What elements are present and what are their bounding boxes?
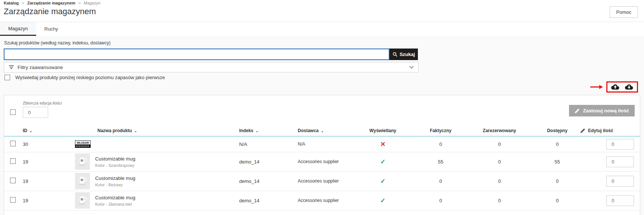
bulk-edit-label: Zbiorcza edycja ilości	[23, 101, 62, 105]
export-button[interactable]	[610, 84, 620, 90]
row-checkbox[interactable]	[10, 141, 16, 146]
physical-qty: 0	[411, 171, 471, 191]
chevron-down-icon	[409, 66, 414, 69]
quantity-input[interactable]	[606, 195, 634, 206]
import-button[interactable]	[624, 84, 634, 90]
header-checkbox-cell	[4, 125, 23, 136]
table-row: 19 Customizable mug Kolor - Beżowy	[4, 171, 640, 191]
reserved-qty: 0	[471, 152, 528, 171]
column-header-name[interactable]: Nazwa produktu⌄	[75, 125, 239, 136]
product-name: Customizable mug	[95, 195, 135, 200]
quantity-input[interactable]	[606, 156, 634, 167]
low-stock-option-row: Wyświetlaj produkty poniżej niskiego poz…	[4, 75, 165, 80]
product-variant: Kolor - Szarobrązowy	[95, 163, 135, 168]
product-supplier: Accessories supplier	[293, 191, 355, 210]
red-arrow-icon	[590, 84, 603, 90]
product-thumbnail	[75, 173, 90, 189]
product-index: N/A	[239, 136, 293, 152]
search-button-label: Szukaj	[400, 52, 415, 57]
search-button[interactable]: Szukaj	[390, 49, 418, 60]
search-input[interactable]	[4, 49, 390, 60]
row-checkbox[interactable]	[10, 158, 16, 164]
product-thumbnail: WŁODAR	[75, 140, 91, 148]
physical-qty: 0	[411, 191, 471, 210]
product-index: demo_14	[239, 152, 293, 171]
column-header-physical: Faktyczny	[411, 125, 471, 136]
annotation-overlay	[590, 81, 638, 93]
breadcrumb-separator: >	[78, 1, 81, 5]
table-row: 19 Customizable mug Kolor - Złamana biel	[4, 191, 640, 210]
magnifier-icon	[393, 52, 397, 57]
quantity-input[interactable]	[606, 139, 634, 150]
apply-quantity-label: Zastosuj nową ilość	[583, 108, 629, 113]
not-displayed-icon: ✕	[380, 141, 385, 148]
product-id: 19	[23, 152, 75, 171]
sort-chevron-icon: ⌄	[256, 129, 259, 133]
column-header-id[interactable]: ID⌄	[23, 125, 75, 136]
page-title: Zarządzanie magazynem	[4, 7, 96, 16]
select-all-checkbox[interactable]	[10, 109, 16, 115]
column-header-displayed: Wyświetlany	[355, 125, 411, 136]
reserved-qty: 0	[471, 191, 528, 210]
breadcrumb-separator: >	[22, 1, 24, 5]
filter-icon	[9, 65, 14, 69]
breadcrumb-item-magazyn: Magazyn	[84, 1, 100, 5]
cloud-download-icon	[624, 84, 634, 90]
available-qty: 0	[528, 136, 586, 152]
column-header-supplier[interactable]: Dostawca⌄	[293, 125, 355, 136]
cloud-upload-icon	[610, 84, 620, 90]
low-stock-checkbox[interactable]	[4, 75, 10, 80]
column-header-reserved: Zarezerwowany	[471, 125, 528, 136]
advanced-filters-label: Filtry zaawansowane	[18, 65, 63, 70]
warehouse-management-page: Katalog > Zarządzanie magazynem > Magazy…	[0, 0, 644, 215]
breadcrumb: Katalog > Zarządzanie magazynem > Magazy…	[4, 1, 100, 5]
column-header-edit-quantity: Edytuj ilość	[586, 125, 640, 136]
product-name: Customizable mug	[95, 156, 135, 162]
search-label: Szukaj produktów (według nazwy, indeksu,…	[4, 40, 110, 46]
sort-chevron-icon: ⌄	[321, 129, 324, 133]
product-name: Customizable mug	[95, 175, 135, 181]
sort-chevron-icon: ⌄	[29, 129, 32, 133]
pencil-icon	[575, 108, 580, 113]
top-bar: Katalog > Zarządzanie magazynem > Magazy…	[0, 0, 644, 22]
quantity-input[interactable]	[606, 176, 634, 187]
annotation-highlight-box	[606, 81, 638, 93]
row-checkbox[interactable]	[10, 197, 16, 203]
tab-strip: Magazyn Ruchy	[0, 22, 644, 36]
table-row: 30 WŁODAR N/A N/A ✕ 0	[4, 136, 640, 152]
product-id: 19	[23, 191, 75, 210]
reserved-qty: 0	[471, 136, 528, 152]
product-thumbnail	[75, 192, 90, 209]
row-checkbox[interactable]	[10, 178, 16, 183]
column-header-index[interactable]: Indeks⌄	[239, 125, 293, 136]
product-supplier: Accessories supplier	[293, 152, 355, 171]
low-stock-label: Wyświetlaj produkty poniżej niskiego poz…	[15, 75, 165, 80]
advanced-filters-expander[interactable]: Filtry zaawansowane	[4, 62, 419, 72]
product-variant: Kolor - Złamana biel	[95, 202, 135, 206]
product-supplier: N/A	[293, 136, 355, 152]
product-variant: Kolor - Beżowy	[95, 183, 135, 187]
breadcrumb-item-zarzadzanie[interactable]: Zarządzanie magazynem	[27, 1, 75, 5]
reserved-qty: 0	[471, 171, 528, 191]
help-button[interactable]: Pomoc	[610, 6, 638, 18]
tab-magazyn[interactable]: Magazyn	[0, 22, 36, 36]
brand-logo: WŁODAR	[75, 140, 91, 145]
pencil-icon	[580, 128, 585, 133]
apply-quantity-button[interactable]: Zastosuj nową ilość	[569, 105, 635, 116]
product-index: demo_14	[239, 171, 293, 191]
available-qty: 0	[528, 171, 586, 191]
stock-card: Zbiorcza edycja ilości Zastosuj nową ilo…	[4, 95, 640, 215]
bulk-quantity-input[interactable]	[23, 107, 48, 118]
physical-qty: 55	[411, 152, 471, 171]
available-qty: 55	[528, 152, 586, 171]
table-header-row: ID⌄ Nazwa produktu⌄ Indeks⌄ Dostawca⌄ Wy…	[4, 125, 640, 136]
brand-logo-bar	[75, 145, 91, 148]
product-thumbnail	[75, 153, 90, 170]
tab-ruchy[interactable]: Ruchy	[36, 22, 66, 36]
column-header-available: Dostępny	[528, 125, 586, 136]
product-id: 30	[23, 136, 75, 152]
search-row: Szukaj	[4, 49, 418, 60]
breadcrumb-item-katalog[interactable]: Katalog	[4, 1, 19, 5]
physical-qty: 0	[411, 136, 471, 152]
sort-chevron-icon: ⌄	[134, 129, 137, 133]
